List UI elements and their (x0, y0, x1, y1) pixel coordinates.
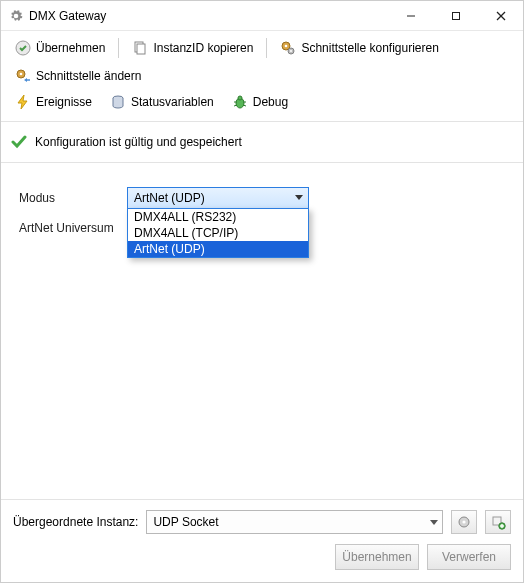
status-vars-button[interactable]: Statusvariablen (102, 89, 222, 115)
svg-rect-6 (137, 44, 145, 54)
lightning-icon (15, 94, 31, 110)
toolbar-row-2: Ereignisse Statusvariablen Debug (1, 89, 523, 122)
copy-icon (132, 40, 148, 56)
toolbar-label: InstanzID kopieren (153, 41, 253, 55)
mode-select[interactable]: ArtNet (UDP) (127, 187, 309, 209)
circle-ok-icon (15, 40, 31, 56)
parent-configure-button[interactable] (451, 510, 477, 534)
change-interface-button[interactable]: Schnittstelle ändern (7, 63, 149, 89)
gears-icon (280, 40, 296, 56)
svg-point-8 (285, 45, 288, 48)
database-icon (110, 94, 126, 110)
status-message: Konfiguration ist gültig und gespeichert (35, 135, 242, 149)
parent-instance-label: Übergeordnete Instanz: (13, 515, 138, 529)
toolbar-separator (266, 38, 267, 58)
configure-interface-button[interactable]: Schnittstelle konfigurieren (272, 35, 446, 61)
svg-point-12 (20, 73, 23, 76)
window: DMX Gateway Übernehmen InstanzID kopiere… (0, 0, 524, 583)
events-button[interactable]: Ereignisse (7, 89, 100, 115)
mode-dropdown: DMX4ALL (RS232) DMX4ALL (TCP/IP) ArtNet … (127, 208, 309, 258)
svg-point-10 (290, 50, 292, 52)
gear-icon (9, 9, 23, 23)
checkmark-icon (11, 134, 27, 150)
toolbar-row-1: Übernehmen InstanzID kopieren Schnittste… (1, 31, 523, 89)
mode-select-value: ArtNet (UDP) (134, 191, 290, 205)
button-label: Verwerfen (442, 550, 496, 564)
mode-option[interactable]: DMX4ALL (RS232) (128, 209, 308, 225)
button-label: Übernehmen (342, 550, 411, 564)
minimize-button[interactable] (388, 1, 433, 30)
footer-discard-button[interactable]: Verwerfen (427, 544, 511, 570)
copy-instance-button[interactable]: InstanzID kopieren (124, 35, 261, 61)
toolbar-label: Schnittstelle ändern (36, 69, 141, 83)
window-controls (388, 1, 523, 30)
apply-button[interactable]: Übernehmen (7, 35, 113, 61)
universe-label: ArtNet Universum (19, 221, 127, 235)
close-button[interactable] (478, 1, 523, 30)
toolbar-label: Schnittstelle konfigurieren (301, 41, 438, 55)
mode-option[interactable]: DMX4ALL (TCP/IP) (128, 225, 308, 241)
mode-option[interactable]: ArtNet (UDP) (128, 241, 308, 257)
chevron-down-icon (430, 515, 438, 529)
toolbar-label: Übernehmen (36, 41, 105, 55)
module-add-icon (490, 514, 506, 530)
window-title: DMX Gateway (29, 9, 106, 23)
footer-apply-button[interactable]: Übernehmen (335, 544, 419, 570)
gear-icon (456, 514, 472, 530)
parent-instance-value: UDP Socket (153, 515, 218, 529)
toolbar-label: Ereignisse (36, 95, 92, 109)
titlebar: DMX Gateway (1, 1, 523, 31)
svg-point-21 (462, 520, 465, 523)
parent-instance-select[interactable]: UDP Socket (146, 510, 443, 534)
toolbar-label: Statusvariablen (131, 95, 214, 109)
gear-swap-icon (15, 68, 31, 84)
mode-label: Modus (19, 191, 127, 205)
form-area: Modus ArtNet (UDP) DMX4ALL (RS232) DMX4A… (1, 163, 523, 499)
debug-button[interactable]: Debug (224, 89, 296, 115)
toolbar-label: Debug (253, 95, 288, 109)
svg-point-15 (238, 96, 242, 100)
parent-add-button[interactable] (485, 510, 511, 534)
toolbar-separator (118, 38, 119, 58)
bug-icon (232, 94, 248, 110)
svg-rect-1 (452, 12, 459, 19)
status-bar: Konfiguration ist gültig und gespeichert (1, 122, 523, 163)
chevron-down-icon (290, 188, 308, 208)
maximize-button[interactable] (433, 1, 478, 30)
footer: Übergeordnete Instanz: UDP Socket Überne… (1, 499, 523, 582)
